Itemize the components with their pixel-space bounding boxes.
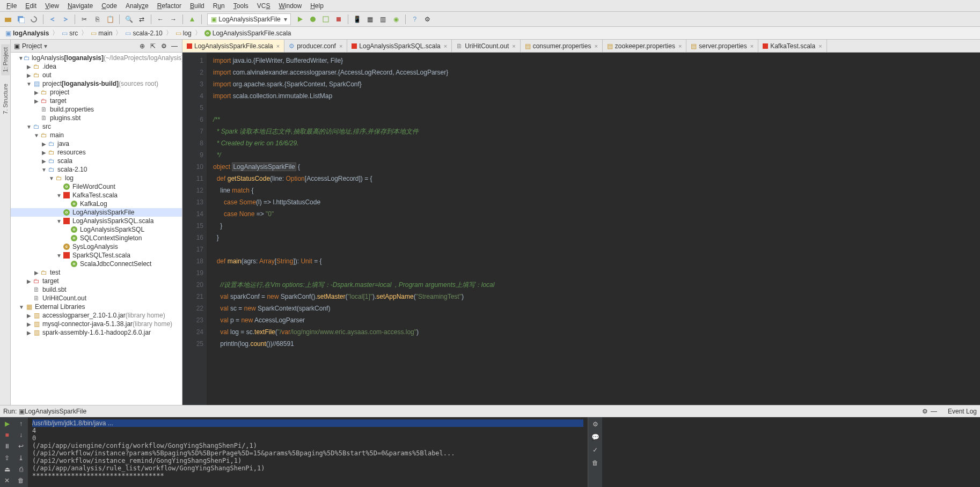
tree-node[interactable]: 🗎build.sbt bbox=[11, 285, 182, 294]
editor-tab[interactable]: 🗎UriHitCount.out× bbox=[452, 40, 520, 52]
pause-button[interactable]: ⏸ bbox=[2, 442, 12, 451]
sidebar-tab-structure[interactable]: 7. Structure bbox=[1, 80, 10, 117]
gear-icon[interactable]: ⚙ bbox=[159, 42, 168, 50]
tree-node[interactable]: ▶🗀test bbox=[11, 268, 182, 277]
tree-node[interactable]: 🗎build.properties bbox=[11, 105, 182, 114]
chevron-down-icon[interactable]: ▾ bbox=[44, 42, 47, 50]
scroll-end-button[interactable]: ⤓ bbox=[16, 454, 26, 462]
project-view-label[interactable]: Project bbox=[22, 42, 42, 50]
tree-node[interactable]: ▼▦External Libraries bbox=[11, 302, 182, 311]
ddms-button[interactable]: ▥ bbox=[377, 13, 389, 25]
copy-button[interactable]: ⎘ bbox=[91, 13, 103, 25]
dump-button[interactable]: ⇪ bbox=[2, 454, 12, 462]
menu-analyze[interactable]: Analyze bbox=[121, 1, 153, 11]
menu-run[interactable]: Run bbox=[209, 1, 229, 11]
menu-window[interactable]: Window bbox=[274, 1, 306, 11]
editor-tab[interactable]: ⚙producer.conf× bbox=[284, 40, 347, 52]
tree-node[interactable]: oSQLContextSingleton bbox=[11, 234, 182, 242]
editor-tab[interactable]: ▤consumer.properties× bbox=[521, 40, 603, 52]
menu-code[interactable]: Code bbox=[97, 1, 121, 11]
tree-node[interactable]: 🗎UriHitCount.out bbox=[11, 294, 182, 302]
collapse-all-button[interactable]: ⇱ bbox=[149, 42, 157, 50]
breadcrumb-item[interactable]: ▭log bbox=[173, 29, 194, 38]
tree-node[interactable]: 🗎plugins.sbt bbox=[11, 114, 182, 122]
close-icon[interactable]: × bbox=[443, 43, 448, 49]
editor-tab[interactable]: LogAnalysisSparkFile.scala× bbox=[182, 40, 284, 53]
settings-button[interactable]: ⚙ bbox=[422, 13, 434, 25]
run-tab-label[interactable]: Run: bbox=[3, 408, 17, 415]
tree-node[interactable]: oScalaJdbcConnectSelect bbox=[11, 260, 182, 268]
help-button[interactable]: ? bbox=[409, 13, 421, 25]
tree-node[interactable]: ▶🗀target bbox=[11, 277, 182, 285]
tree-node[interactable]: ▼LogAnalysisSparkSQL.scala bbox=[11, 217, 182, 225]
down-button[interactable]: ↓ bbox=[16, 431, 26, 439]
gear-icon[interactable]: ⚙ bbox=[921, 407, 930, 416]
menu-tools[interactable]: Tools bbox=[229, 1, 253, 11]
close-icon[interactable]: × bbox=[338, 43, 343, 49]
tree-node[interactable]: ▶▥accesslogparser_2.10-1.0.jar (library … bbox=[11, 311, 182, 320]
back-button[interactable]: ← bbox=[155, 13, 166, 25]
menu-help[interactable]: Help bbox=[306, 1, 328, 11]
hide-button[interactable]: — bbox=[930, 407, 938, 416]
close-icon[interactable]: × bbox=[511, 43, 516, 49]
avd-button[interactable]: 📱 bbox=[352, 13, 363, 25]
clear-button[interactable]: 🗑 bbox=[16, 477, 26, 485]
balloon-button[interactable]: 💬 bbox=[590, 432, 600, 442]
hide-button[interactable]: — bbox=[170, 42, 179, 50]
up-button[interactable]: ↑ bbox=[16, 419, 26, 427]
menu-file[interactable]: File bbox=[2, 1, 21, 11]
tree-node[interactable]: oFileWordCount bbox=[11, 182, 182, 191]
tree-node[interactable]: ▶🗀target bbox=[11, 97, 182, 105]
cut-button[interactable]: ✂ bbox=[78, 13, 90, 25]
mark-read-button[interactable]: ✓ bbox=[590, 445, 600, 455]
refresh-button[interactable] bbox=[28, 13, 40, 25]
menu-refactor[interactable]: Refactor bbox=[153, 1, 186, 11]
print-button[interactable]: ⎙ bbox=[16, 465, 26, 473]
run-config-selector[interactable]: ▣ LogAnalysisSparkFile ▾ bbox=[207, 13, 291, 25]
tree-node[interactable]: ▼🗀src bbox=[11, 122, 182, 131]
menu-view[interactable]: View bbox=[41, 1, 63, 11]
close-icon[interactable]: × bbox=[749, 43, 755, 49]
stop-button[interactable]: ■ bbox=[2, 431, 12, 439]
stop-button[interactable] bbox=[333, 13, 345, 25]
breadcrumb-item[interactable]: ▭main bbox=[89, 29, 114, 38]
exit-button[interactable]: ⏏ bbox=[2, 465, 12, 473]
breadcrumb-item[interactable]: ▭src bbox=[60, 29, 80, 38]
tree-node[interactable]: ▼🗀main bbox=[11, 131, 182, 139]
coverage-button[interactable] bbox=[320, 13, 332, 25]
soft-wrap-button[interactable]: ↩ bbox=[16, 442, 26, 451]
tree-node[interactable]: ▶🗀project bbox=[11, 88, 182, 97]
rerun-button[interactable]: ▶ bbox=[2, 419, 12, 427]
forward-button[interactable]: → bbox=[167, 13, 179, 25]
open-button[interactable] bbox=[2, 13, 14, 25]
menu-navigate[interactable]: Navigate bbox=[63, 1, 97, 11]
tree-node[interactable]: oLogAnalysisSparkFile bbox=[11, 208, 182, 217]
editor-tab[interactable]: KafkaTest.scala× bbox=[758, 40, 827, 52]
tree-node[interactable]: ▶🗀java bbox=[11, 139, 182, 148]
tree-node[interactable]: ▼🗀logAnalysis [loganalysis] (~/IdeaProje… bbox=[11, 54, 182, 62]
build-button[interactable] bbox=[186, 13, 198, 25]
tree-node[interactable]: ▶🗀.idea bbox=[11, 62, 182, 71]
close-icon[interactable]: × bbox=[817, 43, 823, 49]
run-button[interactable] bbox=[294, 13, 306, 25]
tree-node[interactable]: ▼🗀scala-2.10 bbox=[11, 165, 182, 174]
editor-tab[interactable]: ▤zookeeper.properties× bbox=[603, 40, 687, 52]
close-icon[interactable]: × bbox=[677, 43, 683, 49]
replace-button[interactable]: ⇄ bbox=[136, 13, 148, 25]
close-button[interactable]: ✕ bbox=[2, 477, 12, 485]
find-button[interactable]: 🔍 bbox=[123, 13, 135, 25]
menu-edit[interactable]: Edit bbox=[21, 1, 41, 11]
close-icon[interactable]: × bbox=[593, 43, 598, 49]
android-button[interactable]: ◉ bbox=[390, 13, 402, 25]
sidebar-tab-project[interactable]: 1: Project bbox=[1, 44, 10, 75]
menu-build[interactable]: Build bbox=[186, 1, 209, 11]
tree-node[interactable]: ▼🗀log bbox=[11, 174, 182, 182]
editor-tab[interactable]: ▤server.properties× bbox=[686, 40, 758, 52]
run-output[interactable]: /usr/lib/jvm/jdk1.8/bin/java ...40(/api/… bbox=[28, 417, 588, 487]
tree-node[interactable]: ▶🗀out bbox=[11, 71, 182, 79]
clear-log-button[interactable]: 🗑 bbox=[590, 458, 600, 468]
menu-vcs[interactable]: VCS bbox=[253, 1, 275, 11]
tree-node[interactable]: ▶▥spark-assembly-1.6.1-hadoop2.6.0.jar bbox=[11, 328, 182, 337]
tree-node[interactable]: ▶🗀scala bbox=[11, 157, 182, 165]
tree-node[interactable]: cSysLogAnalysis bbox=[11, 242, 182, 251]
